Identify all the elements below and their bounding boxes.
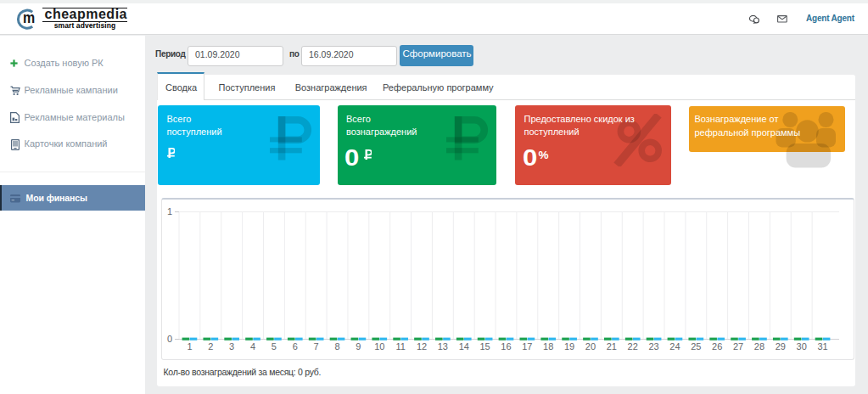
svg-text:2: 2: [208, 341, 213, 351]
svg-text:7: 7: [314, 341, 319, 351]
svg-text:8: 8: [334, 341, 339, 351]
svg-text:5: 5: [272, 341, 277, 351]
svg-text:28: 28: [754, 341, 764, 351]
svg-text:30: 30: [797, 341, 807, 351]
svg-text:11: 11: [395, 341, 405, 351]
svg-text:13: 13: [438, 341, 448, 351]
svg-text:6: 6: [293, 341, 298, 351]
svg-text:1: 1: [187, 341, 192, 351]
svg-text:10: 10: [374, 341, 384, 351]
svg-text:24: 24: [669, 341, 680, 351]
svg-text:4: 4: [250, 341, 255, 351]
svg-text:27: 27: [733, 341, 743, 351]
svg-text:19: 19: [564, 341, 574, 351]
svg-text:1: 1: [167, 205, 172, 216]
svg-text:12: 12: [417, 341, 427, 351]
svg-text:26: 26: [712, 341, 722, 351]
svg-text:0: 0: [167, 333, 172, 343]
svg-text:18: 18: [543, 341, 553, 351]
svg-text:20: 20: [585, 341, 596, 351]
svg-text:23: 23: [648, 341, 658, 351]
svg-text:9: 9: [356, 341, 361, 351]
svg-text:17: 17: [522, 341, 532, 351]
svg-text:31: 31: [817, 341, 827, 351]
svg-text:22: 22: [628, 341, 638, 351]
svg-text:21: 21: [607, 341, 617, 351]
svg-text:3: 3: [229, 341, 234, 351]
svg-text:14: 14: [459, 341, 469, 351]
svg-text:16: 16: [501, 341, 511, 351]
svg-text:25: 25: [691, 341, 701, 351]
svg-text:29: 29: [776, 341, 786, 351]
svg-text:15: 15: [479, 341, 490, 351]
